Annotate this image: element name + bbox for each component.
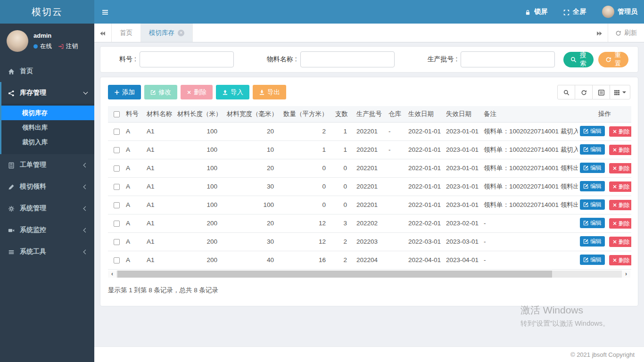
table-cell: 0 xyxy=(330,177,352,196)
add-button[interactable]: 添加 xyxy=(108,85,141,99)
batch-no-input[interactable] xyxy=(461,51,555,67)
edit-button[interactable]: 修改 xyxy=(144,85,177,99)
reset-button[interactable]: 重置 xyxy=(598,52,628,67)
sidebar-item-work-orders[interactable]: 工单管理 xyxy=(0,154,94,176)
tab-home[interactable]: 首页 xyxy=(112,24,141,42)
table-cell xyxy=(384,251,404,269)
row-checkbox[interactable] xyxy=(114,165,120,172)
row-edit-button[interactable]: 编辑 xyxy=(580,199,605,210)
export-button[interactable]: 导出 xyxy=(253,85,286,99)
row-checkbox[interactable] xyxy=(114,147,120,153)
row-checkbox[interactable] xyxy=(114,184,120,190)
user-menu[interactable]: 管理员 xyxy=(594,6,644,18)
row-checkbox[interactable] xyxy=(114,257,120,263)
row-edit-button[interactable]: 编辑 xyxy=(580,144,605,155)
lock-screen-button[interactable]: 锁屏 xyxy=(517,8,555,16)
table-cell: 2 xyxy=(279,122,330,140)
home-icon xyxy=(7,67,16,75)
sidebar-item-inventory[interactable]: 库存管理 xyxy=(1,82,94,104)
sidebar-group-system-monitor: 系统监控 xyxy=(0,219,94,241)
select-all-checkbox[interactable] xyxy=(114,111,120,117)
row-edit-button[interactable]: 编辑 xyxy=(580,163,605,173)
row-delete-button[interactable]: 删除 xyxy=(609,200,631,210)
table-row: AA11001011202201-2022-01-012023-01-01领料单… xyxy=(108,140,631,159)
edit-icon xyxy=(150,89,156,96)
tab-refresh-button[interactable]: 刷新 xyxy=(608,24,644,42)
tab-die-cut-stock[interactable]: 模切库存 × xyxy=(141,24,193,42)
material-name-input[interactable] xyxy=(300,51,395,67)
sidebar-item-die-cut-material[interactable]: 模切领料 xyxy=(0,176,94,197)
list-view-icon xyxy=(598,88,605,96)
table-cell: 10 xyxy=(222,140,279,159)
tab-close-icon[interactable]: × xyxy=(178,30,184,36)
row-delete-button[interactable]: 删除 xyxy=(609,237,631,247)
scrollbar-thumb[interactable] xyxy=(117,271,552,278)
table-cell: 100 xyxy=(173,159,222,177)
row-delete-button[interactable]: 删除 xyxy=(609,145,631,155)
table-cell: 2023-01-01 xyxy=(441,196,479,214)
sidebar-group-die-cut-material: 模切领料 xyxy=(0,176,94,197)
table-row: AA1200201232022022022-02-012023-02-01- 编… xyxy=(108,214,631,232)
search-button[interactable]: 搜索 xyxy=(563,52,594,67)
row-checkbox[interactable] xyxy=(114,239,120,245)
column-header: 材料长度（米） xyxy=(173,106,222,122)
tabs-scroll-right-button[interactable] xyxy=(590,24,608,42)
table-cell: 202201 xyxy=(352,140,384,159)
sidebar-item-home[interactable]: 首页 xyxy=(0,60,94,82)
row-delete-button[interactable]: 删除 xyxy=(609,218,631,229)
table-row: AA1100100002022012022-01-012023-01-01领料单… xyxy=(108,196,631,214)
import-button[interactable]: 导入 xyxy=(216,85,249,99)
row-checkbox[interactable] xyxy=(114,221,120,227)
gear-icon xyxy=(7,205,16,212)
tabs-scroll-left-button[interactable] xyxy=(94,24,112,42)
row-edit-button[interactable]: 编辑 xyxy=(580,255,605,265)
sidebar-item-system-admin[interactable]: 系统管理 xyxy=(0,197,94,219)
table-search-button[interactable] xyxy=(557,85,575,99)
row-delete-button[interactable]: 删除 xyxy=(609,181,631,192)
scroll-right-button[interactable]: › xyxy=(622,271,630,278)
table-cell: A1 xyxy=(142,122,173,140)
scrollbar-track[interactable] xyxy=(116,271,622,278)
table-cell: 2 xyxy=(330,251,352,269)
table-cell: 1 xyxy=(279,140,330,159)
table-cell: 2023-01-01 xyxy=(441,122,479,140)
sidebar-item-system-tools[interactable]: 系统工具 xyxy=(0,241,94,263)
row-delete-button[interactable]: 删除 xyxy=(609,163,631,173)
scroll-left-button[interactable]: ‹ xyxy=(108,271,116,278)
part-no-label: 料号 : xyxy=(119,55,136,64)
row-edit-button[interactable]: 编辑 xyxy=(580,236,605,247)
table-cell: 202201 xyxy=(352,122,384,140)
upload-icon xyxy=(222,89,228,96)
table-cell xyxy=(384,232,404,251)
table-row: AA1200401622022042022-04-012023-04-01- 编… xyxy=(108,251,631,269)
sidebar-group-inventory: 库存管理模切库存领料出库裁切入库 xyxy=(0,82,94,154)
delete-button[interactable]: 删除 xyxy=(181,85,213,99)
table-cell: 0 xyxy=(279,159,330,177)
row-checkbox[interactable] xyxy=(114,129,120,135)
row-delete-button[interactable]: 删除 xyxy=(609,126,631,137)
sidebar-group-system-tools: 系统工具 xyxy=(0,241,94,263)
fullscreen-button[interactable]: 全屏 xyxy=(555,8,594,16)
row-edit-button[interactable]: 编辑 xyxy=(580,181,605,191)
sidebar-item-die-cut-stock[interactable]: 模切库存 xyxy=(1,106,94,120)
sidebar-toggle-button[interactable] xyxy=(94,0,116,24)
table-refresh-button[interactable] xyxy=(575,85,593,99)
sidebar-item-system-monitor[interactable]: 系统监控 xyxy=(0,219,94,241)
row-delete-button[interactable]: 删除 xyxy=(609,255,631,265)
table-cell: - xyxy=(384,122,404,140)
sidebar-item-material-outbound[interactable]: 领料出库 xyxy=(1,120,94,135)
table-cell: 2023-02-01 xyxy=(441,214,479,232)
sidebar-item-cutting-inbound[interactable]: 裁切入库 xyxy=(1,135,94,149)
row-edit-button[interactable]: 编辑 xyxy=(580,218,605,228)
row-checkbox[interactable] xyxy=(114,202,120,208)
row-edit-button[interactable]: 编辑 xyxy=(580,126,605,136)
table-cell: 202201 xyxy=(352,196,384,214)
part-no-input[interactable] xyxy=(140,51,234,67)
toggle-view-button[interactable] xyxy=(592,85,610,99)
logout-button[interactable]: 注销 xyxy=(58,42,78,50)
columns-dropdown-button[interactable] xyxy=(610,85,630,99)
column-header: 备注 xyxy=(479,106,578,122)
submenu-inventory: 模切库存领料出库裁切入库 xyxy=(1,104,94,154)
tab-bar: 首页 模切库存 × 刷新 xyxy=(94,24,644,42)
user-panel: admin 在线 注销 xyxy=(0,24,94,58)
